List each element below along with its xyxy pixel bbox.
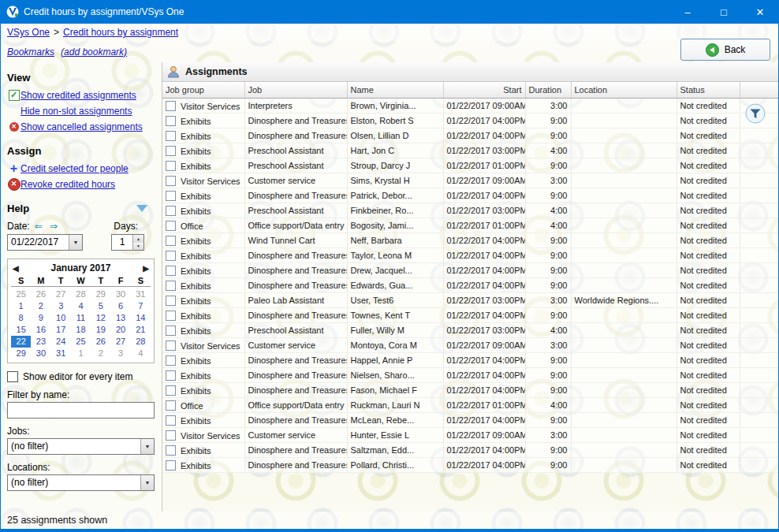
chevron-down-icon[interactable]: ▼: [140, 475, 154, 490]
calendar-day[interactable]: 14: [131, 312, 151, 324]
calendar-day-selected[interactable]: 22: [11, 336, 31, 348]
table-row[interactable]: OfficeOffice support/Data entryBogosity,…: [162, 218, 778, 233]
filter-by-name-input[interactable]: [7, 402, 155, 419]
row-checkbox[interactable]: [166, 445, 176, 456]
table-row[interactable]: ExhibitsPreschool AssistantFuller, Willy…: [162, 323, 778, 338]
row-checkbox[interactable]: [166, 206, 176, 216]
calendar-day[interactable]: 12: [91, 312, 110, 324]
table-row[interactable]: ExhibitsDinosphere and Treasures ...Faso…: [162, 383, 778, 398]
calendar-day[interactable]: 3: [110, 348, 130, 359]
calendar-prev-icon[interactable]: ◀: [13, 264, 19, 273]
calendar-day[interactable]: 6: [110, 300, 130, 312]
sidebar-link-label[interactable]: Hide non-slot assignments: [20, 106, 132, 117]
column-header-duration[interactable]: Duration: [525, 82, 571, 99]
row-checkbox[interactable]: [166, 221, 176, 231]
row-checkbox[interactable]: [166, 236, 176, 246]
table-row[interactable]: ExhibitsPreschool AssistantHart, Jon C01…: [162, 143, 778, 158]
calendar-day[interactable]: 31: [51, 348, 71, 359]
row-checkbox[interactable]: [166, 385, 176, 396]
table-row[interactable]: Visitor ServicesInterpretersBrown, Virgi…: [162, 99, 778, 113]
sidebar-item-show-credited[interactable]: ✓ Show credited assignments: [7, 87, 155, 102]
breadcrumb-vsys-one[interactable]: VSys One: [7, 27, 50, 38]
calendar-day[interactable]: 27: [51, 288, 71, 300]
calendar-day[interactable]: 2: [31, 300, 50, 312]
table-row[interactable]: ExhibitsPreschool AssistantStroup, Darcy…: [162, 158, 778, 173]
table-row[interactable]: ExhibitsPreschool AssistantFinkbeiner, R…: [162, 203, 778, 218]
table-row[interactable]: ExhibitsDinosphere and Treasures ...Patr…: [162, 188, 778, 203]
calendar-day[interactable]: 1: [11, 300, 31, 312]
table-row[interactable]: OfficeOffice support/Data entryRuckman, …: [162, 398, 778, 413]
calendar-day[interactable]: 31: [131, 288, 151, 300]
chevron-down-icon[interactable]: ▼: [140, 439, 154, 454]
show-editor-checkbox[interactable]: [7, 371, 18, 382]
calendar-day[interactable]: 30: [31, 348, 50, 359]
bookmarks-link[interactable]: Bookmarks: [7, 47, 54, 58]
calendar-day[interactable]: 4: [131, 348, 151, 359]
calendar-day[interactable]: 17: [51, 324, 71, 336]
sidebar-link-label[interactable]: Show cancelled assignments: [20, 121, 143, 132]
row-checkbox[interactable]: [166, 415, 176, 426]
calendar-day[interactable]: 27: [110, 336, 130, 348]
row-checkbox[interactable]: [166, 191, 176, 201]
table-row[interactable]: ExhibitsDinosphere and Treasures ...Drew…: [162, 263, 778, 278]
table-row[interactable]: ExhibitsDinosphere and Treasures ...Edwa…: [162, 278, 778, 293]
maximize-button[interactable]: □: [706, 0, 742, 24]
row-checkbox[interactable]: [166, 266, 176, 276]
table-row[interactable]: Visitor ServicesCustomer serviceHunter, …: [162, 428, 778, 443]
show-editor-checkbox-row[interactable]: Show editor for every item: [7, 371, 155, 382]
table-row[interactable]: ExhibitsDinosphere and Treasures ...McLe…: [162, 413, 778, 428]
calendar-day[interactable]: 30: [110, 288, 130, 300]
jobs-combobox[interactable]: (no filter) ▼: [7, 438, 155, 455]
row-checkbox[interactable]: [166, 176, 176, 186]
column-header-status[interactable]: Status: [676, 82, 740, 99]
calendar-day[interactable]: 20: [110, 324, 130, 336]
filter-funnel-icon[interactable]: [745, 103, 766, 127]
column-header-job[interactable]: Job: [244, 82, 347, 99]
calendar-day[interactable]: 21: [131, 324, 151, 336]
calendar-day[interactable]: 25: [11, 288, 31, 300]
close-button[interactable]: ✕: [742, 0, 778, 24]
row-checkbox[interactable]: [166, 296, 176, 306]
calendar-day[interactable]: 29: [91, 288, 110, 300]
table-row[interactable]: Visitor ServicesCustomer serviceSims, Kr…: [162, 173, 778, 188]
calendar-day[interactable]: 15: [11, 324, 31, 336]
table-row[interactable]: ExhibitsDinosphere and Treasures ...Tayl…: [162, 248, 778, 263]
calendar-day[interactable]: 28: [71, 288, 91, 300]
calendar-day[interactable]: 25: [71, 336, 91, 348]
row-checkbox[interactable]: [166, 251, 176, 261]
sidebar-item-hide-non-slot[interactable]: Hide non-slot assignments: [7, 103, 155, 118]
calendar-day[interactable]: 28: [131, 336, 151, 348]
table-row[interactable]: ExhibitsDinosphere and Treasures ...Town…: [162, 308, 778, 323]
calendar-day[interactable]: 4: [71, 300, 91, 312]
row-checkbox[interactable]: [166, 460, 176, 471]
row-checkbox[interactable]: [166, 131, 176, 141]
row-checkbox[interactable]: [166, 340, 176, 351]
calendar-day[interactable]: 16: [31, 324, 50, 336]
calendar-day[interactable]: 9: [31, 312, 50, 324]
calendar-next-icon[interactable]: ▶: [143, 264, 149, 273]
table-row[interactable]: Visitor ServicesCustomer serviceMontoya,…: [162, 338, 778, 353]
spinner-up-icon[interactable]: ▲: [133, 235, 144, 243]
calendar-day[interactable]: 10: [51, 312, 71, 324]
spinner-down-icon[interactable]: ▼: [133, 243, 144, 251]
days-stepper[interactable]: 1 ▲ ▼: [111, 234, 144, 251]
row-checkbox[interactable]: [166, 355, 176, 366]
row-checkbox[interactable]: [166, 326, 176, 336]
row-checkbox[interactable]: [166, 101, 176, 111]
row-checkbox[interactable]: [166, 161, 176, 171]
calendar-day[interactable]: 1: [71, 348, 91, 359]
date-combobox[interactable]: 01/22/2017 ▼: [7, 234, 83, 251]
table-row[interactable]: ExhibitsDinosphere and Treasures ...Salt…: [162, 443, 778, 458]
calendar-day[interactable]: 2: [91, 348, 110, 359]
calendar-day[interactable]: 29: [11, 348, 31, 359]
row-checkbox[interactable]: [166, 400, 176, 411]
row-checkbox[interactable]: [166, 281, 176, 291]
row-checkbox[interactable]: [166, 430, 176, 441]
calendar-day[interactable]: 5: [91, 300, 110, 312]
sidebar-item-revoke-hours[interactable]: ✕ Revoke credited hours: [7, 177, 155, 192]
back-button[interactable]: Back: [680, 39, 770, 61]
table-row[interactable]: ExhibitsDinosphere and Treasures ...Niel…: [162, 368, 778, 383]
calendar-day[interactable]: 19: [91, 324, 110, 336]
add-bookmark-link[interactable]: (add bookmark): [61, 47, 127, 58]
row-checkbox[interactable]: [166, 370, 176, 381]
